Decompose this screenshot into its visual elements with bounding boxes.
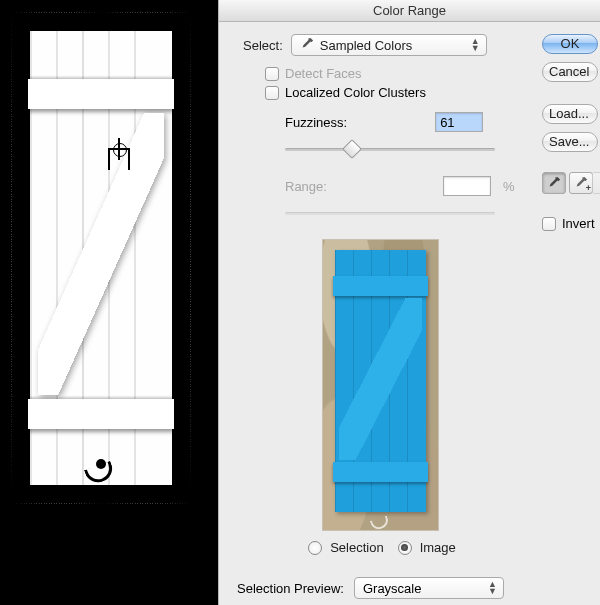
range-input (443, 176, 491, 196)
radio-icon (308, 541, 322, 555)
preview-area[interactable] (305, 240, 455, 530)
preview-mode-image[interactable]: Image (398, 540, 456, 555)
selection-preview-value: Grayscale (363, 581, 422, 596)
eyedropper-tool[interactable] (542, 172, 566, 194)
chevron-up-down-icon: ▲▼ (488, 581, 497, 595)
checkbox-icon (542, 217, 556, 231)
fuzziness-input[interactable] (435, 112, 483, 132)
invert-label: Invert (562, 216, 595, 231)
shutter-rail-top (28, 79, 174, 109)
cancel-button[interactable]: Cancel (542, 62, 598, 82)
image-radio-label: Image (420, 540, 456, 555)
range-unit: % (503, 179, 515, 194)
select-label: Select: (243, 38, 283, 53)
grayscale-preview (12, 13, 190, 503)
chevron-up-down-icon: ▲▼ (471, 38, 480, 52)
checkbox-icon (265, 86, 279, 100)
fuzziness-label: Fuzziness: (285, 115, 347, 130)
eyedropper-subtract-tool[interactable] (592, 172, 600, 194)
slider-thumb[interactable] (342, 139, 362, 159)
ok-button[interactable]: OK (542, 34, 598, 54)
document-canvas[interactable] (0, 0, 218, 605)
color-range-dialog: Color Range Select: Sampled Colors ▲▼ De… (218, 0, 600, 605)
range-slider (285, 208, 495, 222)
selection-preview-dropdown[interactable]: Grayscale ▲▼ (354, 577, 504, 599)
shutter-z-brace (38, 113, 164, 395)
selection-radio-label: Selection (330, 540, 383, 555)
dialog-title: Color Range (373, 3, 446, 18)
preview-image[interactable] (323, 240, 438, 530)
plus-icon: + (586, 183, 591, 193)
save-button[interactable]: Save... (542, 132, 598, 152)
load-button[interactable]: Load... (542, 104, 598, 124)
shutter-mask (30, 31, 172, 485)
eyedropper-add-tool[interactable]: + (569, 172, 593, 194)
dialog-titlebar[interactable]: Color Range (219, 0, 600, 22)
eyedropper-icon (300, 37, 314, 54)
selection-preview-label: Selection Preview: (237, 581, 344, 596)
range-label: Range: (285, 179, 327, 194)
shutter-rail-bottom (28, 399, 174, 429)
select-value: Sampled Colors (320, 38, 413, 53)
eyedropper-icon (547, 176, 561, 190)
radio-icon (398, 541, 412, 555)
preview-mode-selection[interactable]: Selection (308, 540, 383, 555)
checkbox-icon (265, 67, 279, 81)
fuzziness-slider[interactable] (285, 144, 495, 158)
selection-marquee (11, 12, 191, 504)
shutter-hook (86, 459, 116, 481)
detect-faces-label: Detect Faces (285, 66, 362, 81)
invert-checkbox[interactable]: Invert (542, 216, 595, 231)
localized-clusters-label: Localized Color Clusters (285, 85, 426, 100)
select-dropdown[interactable]: Sampled Colors ▲▼ (291, 34, 487, 56)
